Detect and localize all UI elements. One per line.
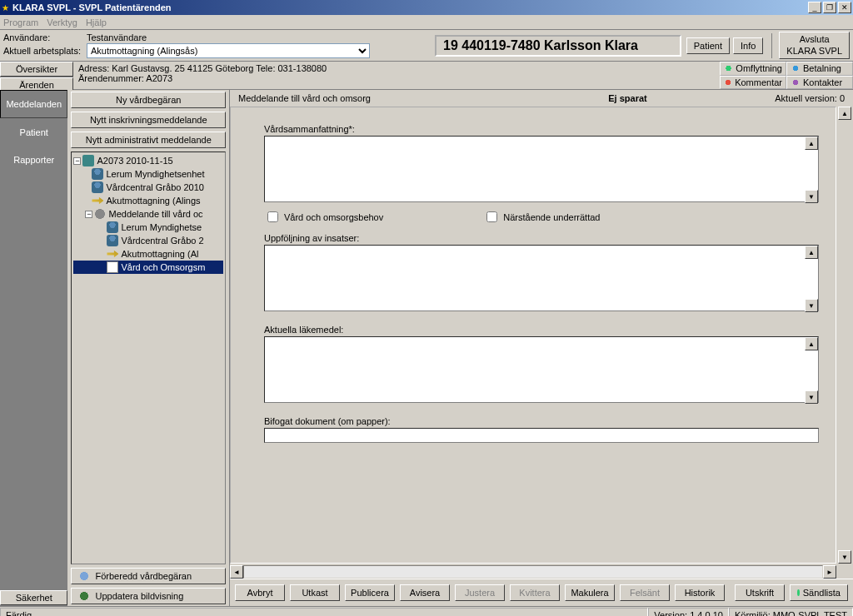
betalning-icon <box>791 63 801 73</box>
version-label: Aktuell version: 0 <box>775 93 845 103</box>
close-button[interactable]: ✕ <box>838 2 851 13</box>
divider <box>771 33 772 58</box>
narstaende-checkbox[interactable]: Närstående underrättad <box>483 209 600 225</box>
justera-button: Justera <box>455 584 505 601</box>
person-icon <box>107 221 118 233</box>
scroll-left-button[interactable]: ◄ <box>230 565 243 579</box>
sandlista-button[interactable]: Sändlista <box>790 584 848 601</box>
forberedd-button[interactable]: Förberedd vårdbegäran <box>71 568 226 584</box>
tree-item[interactable]: Lerum Myndighetse <box>73 221 223 234</box>
patient-button[interactable]: Patient <box>686 37 730 54</box>
key-icon <box>92 195 103 206</box>
lakemedel-input[interactable] <box>264 336 819 403</box>
status-kormiljo: Körmiljö: MMO-SVPL TEST <box>729 608 853 617</box>
arbetsplats-select[interactable]: Akutmottagning (Alingsås) <box>87 43 370 58</box>
vard-omsorgsbehov-checkbox[interactable]: Vård och omsorgsbehov <box>264 209 383 225</box>
sidebar: Meddelanden Patient Rapporter Säkerhet <box>0 90 67 606</box>
scroll-up-icon[interactable]: ▲ <box>805 337 818 350</box>
tree-item[interactable]: Akutmottagning (Alings <box>73 194 223 207</box>
tree-root[interactable]: −A2073 2010-11-15 <box>73 154 223 167</box>
tab-rapporter[interactable]: Rapporter <box>0 147 67 173</box>
felsant-button: Felsänt <box>620 584 670 601</box>
tab-oversikter[interactable]: Översikter <box>0 62 73 77</box>
person-icon <box>92 168 103 180</box>
makulera-button[interactable]: Makulera <box>565 584 615 601</box>
left-panel: Ny vårdbegäran Nytt inskrivningsmeddelan… <box>67 90 230 606</box>
tab-meddelanden[interactable]: Meddelanden <box>0 90 67 118</box>
kvittera-button: Kvittera <box>510 584 560 601</box>
kontakter-icon <box>791 77 801 87</box>
scroll-right-button[interactable]: ► <box>823 565 836 579</box>
arbetsplats-label: Aktuell arbetsplats: <box>3 46 87 56</box>
uppfoljning-label: Uppföljning av insatser: <box>264 233 819 243</box>
person-icon <box>78 570 90 582</box>
omflyttning-icon <box>724 63 733 73</box>
bifogat-label: Bifogat dokument (om papper): <box>264 416 819 426</box>
tree-item[interactable]: Akutmottagning (Al <box>73 247 223 261</box>
uppfoljning-input[interactable] <box>264 245 819 311</box>
kontakter-button[interactable]: Kontakter <box>786 76 853 90</box>
status-version: Version: 1.4.0.10 <box>648 608 729 617</box>
scroll-down-icon[interactable]: ▼ <box>805 390 818 404</box>
person-icon <box>92 181 103 193</box>
form-title: Meddelande till vård och omsorg <box>238 93 608 103</box>
omflyttning-button[interactable]: Omflyttning <box>720 62 786 76</box>
menu-program[interactable]: Program <box>3 17 38 27</box>
address-text: Adress: Karl Gustavsg. 25 41125 Göteborg… <box>78 63 715 73</box>
case-tree[interactable]: −A2073 2010-11-15 Lerum Myndighetsenhet … <box>71 152 226 564</box>
tree-item-selected[interactable]: Vård och Omsorgsm <box>73 261 223 274</box>
vardsammanfattning-input[interactable] <box>264 136 819 202</box>
menu-verktyg[interactable]: Verktyg <box>47 17 77 27</box>
scroll-down-button[interactable]: ▼ <box>838 550 851 564</box>
status-bar: Färdig Version: 1.4.0.10 Körmiljö: MMO-S… <box>0 606 853 616</box>
link-icon <box>94 208 106 220</box>
betalning-button[interactable]: Betalning <box>786 62 853 76</box>
vardsammanfattning-label: Vårdsammanfattning*: <box>264 124 819 134</box>
info-button[interactable]: Info <box>733 37 763 54</box>
kommentar-button[interactable]: Kommentar <box>720 76 786 90</box>
ny-vardbegaran-button[interactable]: Ny vårdbegäran <box>71 92 226 108</box>
avbryt-button[interactable]: Avbryt <box>235 584 285 601</box>
tree-item[interactable]: Lerum Myndighetsenhet <box>73 167 223 181</box>
unsaved-label: Ej sparat <box>608 93 775 103</box>
button-bar: Avbryt Utkast Publicera Avisera Justera … <box>230 579 853 606</box>
utskrift-button[interactable]: Utskrift <box>735 584 785 601</box>
patient-id-label: 19 440119-7480 Karlsson Klara <box>435 35 681 57</box>
folder-icon <box>82 155 94 166</box>
bifogat-input[interactable] <box>264 428 819 443</box>
window-title: KLARA SVPL - SVPL Patientärenden <box>12 2 808 12</box>
nytt-admin-button[interactable]: Nytt administrativt meddelande <box>71 132 226 148</box>
minimize-button[interactable]: _ <box>808 2 821 13</box>
horizontal-scrollbar[interactable]: ◄ ► <box>230 565 836 579</box>
arendenummer-text: Ärendenummer: A2073 <box>78 73 715 83</box>
scroll-down-icon[interactable]: ▼ <box>805 190 818 203</box>
avsluta-button[interactable]: Avsluta KLARA SVPL <box>779 32 850 58</box>
title-bar: ★ KLARA SVPL - SVPL Patientärenden _ ❐ ✕ <box>0 0 853 15</box>
anvandare-value: Testanvändare <box>87 32 147 42</box>
historik-button[interactable]: Historik <box>675 584 725 601</box>
tab-sakerhet[interactable]: Säkerhet <box>0 590 67 605</box>
avisera-button[interactable]: Avisera <box>400 584 450 601</box>
anvandare-label: Användare: <box>3 32 87 42</box>
tree-item[interactable]: Vårdcentral Gråbo 2 <box>73 234 223 247</box>
nytt-inskrivning-button[interactable]: Nytt inskrivningsmeddelande <box>71 112 226 128</box>
content-area: Meddelande till vård och omsorg Ej spara… <box>230 90 853 606</box>
star-icon: ★ <box>2 3 9 12</box>
scroll-up-icon[interactable]: ▲ <box>805 137 818 150</box>
tab-patient[interactable]: Patient <box>0 119 67 146</box>
scroll-up-icon[interactable]: ▲ <box>805 246 818 259</box>
publicera-button[interactable]: Publicera <box>345 584 395 601</box>
user-toolbar: Användare:Testanvändare Aktuell arbetspl… <box>0 30 853 62</box>
key-icon <box>107 248 118 260</box>
utkast-button[interactable]: Utkast <box>290 584 340 601</box>
person-icon <box>107 235 118 246</box>
uppdatera-button[interactable]: Uppdatera bildvisning <box>71 588 226 604</box>
maximize-button[interactable]: ❐ <box>823 2 836 13</box>
document-icon <box>107 261 118 273</box>
scroll-up-button[interactable]: ▲ <box>838 107 851 120</box>
scroll-down-icon[interactable]: ▼ <box>805 299 818 312</box>
menu-bar: Program Verktyg Hjälp <box>0 15 853 30</box>
menu-hjalp[interactable]: Hjälp <box>86 17 107 27</box>
tree-item[interactable]: Vårdcentral Gråbo 2010 <box>73 181 223 194</box>
tree-item[interactable]: −Meddelande till vård oc <box>73 207 223 221</box>
